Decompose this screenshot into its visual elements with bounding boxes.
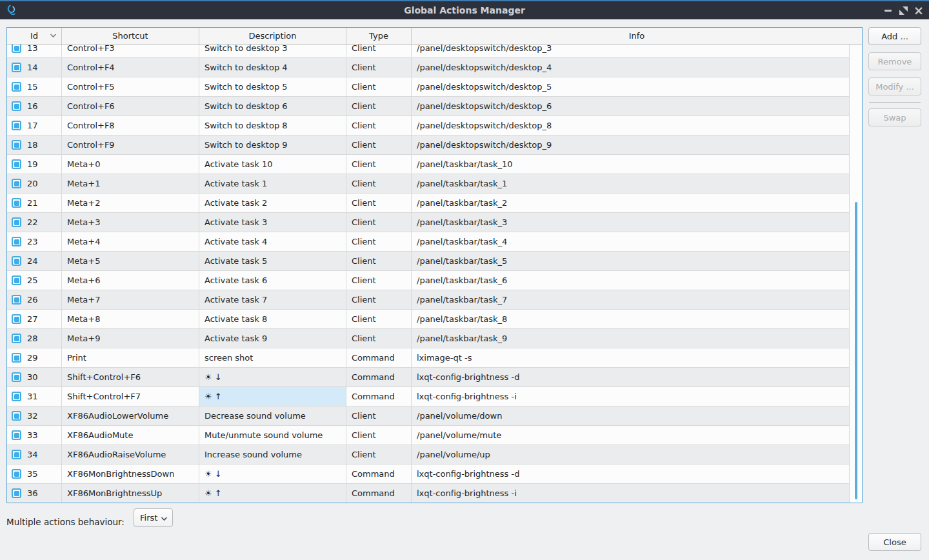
enabled-checkbox[interactable]: [12, 179, 21, 188]
row-info-cell[interactable]: /panel/taskbar/task_7: [412, 290, 850, 310]
row-info-cell[interactable]: /panel/desktopswitch/desktop_8: [412, 116, 850, 135]
row-info-cell[interactable]: lxqt-config-brightness -i: [412, 387, 850, 406]
minimize-button[interactable]: [881, 4, 894, 17]
row-info-cell[interactable]: lxqt-config-brightness -d: [412, 368, 850, 387]
row-description-cell[interactable]: screen shot: [199, 348, 346, 368]
table-row[interactable]: 22 Meta+3 Activate task 3 Client /panel/…: [7, 213, 850, 232]
row-shortcut-cell[interactable]: XF86AudioMute: [62, 426, 199, 445]
table-row[interactable]: 20 Meta+1 Activate task 1 Client /panel/…: [7, 174, 850, 194]
add-button[interactable]: Add ...: [868, 27, 921, 45]
close-window-button[interactable]: ×: [912, 4, 925, 17]
enabled-checkbox[interactable]: [12, 411, 21, 421]
row-description-cell[interactable]: Switch to desktop 9: [199, 135, 346, 155]
enabled-checkbox[interactable]: [12, 488, 21, 498]
enabled-checkbox[interactable]: [12, 82, 21, 92]
row-shortcut-cell[interactable]: Control+F9: [62, 135, 199, 155]
table-row[interactable]: 28 Meta+9 Activate task 9 Client /panel/…: [7, 329, 850, 348]
row-type-cell[interactable]: Command: [346, 387, 412, 406]
row-shortcut-cell[interactable]: XF86MonBrightnessUp: [62, 484, 199, 503]
row-shortcut-cell[interactable]: Meta+0: [62, 155, 199, 174]
enabled-checkbox[interactable]: [12, 198, 21, 208]
enabled-checkbox[interactable]: [12, 101, 21, 111]
column-header-type[interactable]: Type: [346, 28, 412, 44]
row-description-cell[interactable]: Activate task 6: [199, 271, 346, 290]
row-shortcut-cell[interactable]: Control+F8: [62, 116, 199, 135]
row-shortcut-cell[interactable]: Shift+Control+F6: [62, 368, 199, 387]
row-type-cell[interactable]: Client: [346, 310, 412, 329]
row-description-cell[interactable]: Switch to desktop 3: [199, 45, 346, 58]
row-info-cell[interactable]: /panel/desktopswitch/desktop_4: [412, 58, 850, 77]
row-type-cell[interactable]: Client: [346, 232, 412, 252]
row-type-cell[interactable]: Client: [346, 426, 412, 445]
row-description-cell[interactable]: Switch to desktop 4: [199, 58, 346, 77]
enabled-checkbox[interactable]: [12, 314, 21, 324]
enabled-checkbox[interactable]: [12, 140, 21, 150]
row-type-cell[interactable]: Command: [346, 368, 412, 387]
row-description-cell[interactable]: Activate task 10: [199, 155, 346, 174]
table-row[interactable]: 15 Control+F5 Switch to desktop 5 Client…: [7, 77, 850, 97]
row-shortcut-cell[interactable]: Control+F4: [62, 58, 199, 77]
row-description-cell[interactable]: Mute/unmute sound volume: [199, 426, 346, 445]
swap-button[interactable]: Swap: [868, 108, 921, 126]
enabled-checkbox[interactable]: [12, 159, 21, 169]
row-description-cell[interactable]: Activate task 5: [199, 252, 346, 271]
enabled-checkbox[interactable]: [12, 450, 21, 459]
row-description-cell[interactable]: Activate task 3: [199, 213, 346, 232]
row-info-cell[interactable]: /panel/taskbar/task_3: [412, 213, 850, 232]
row-shortcut-cell[interactable]: Meta+3: [62, 213, 199, 232]
row-type-cell[interactable]: Command: [346, 348, 412, 368]
table-row[interactable]: 33 XF86AudioMute Mute/unmute sound volum…: [7, 426, 850, 445]
enabled-checkbox[interactable]: [12, 334, 21, 343]
row-info-cell[interactable]: /panel/desktopswitch/desktop_3: [412, 45, 850, 58]
row-type-cell[interactable]: Client: [346, 135, 412, 155]
enabled-checkbox[interactable]: [12, 353, 21, 363]
row-shortcut-cell[interactable]: Control+F6: [62, 97, 199, 116]
row-info-cell[interactable]: /panel/taskbar/task_10: [412, 155, 850, 174]
row-description-cell[interactable]: ☀ ↓: [199, 465, 346, 484]
row-description-cell[interactable]: Switch to desktop 8: [199, 116, 346, 135]
row-info-cell[interactable]: /panel/taskbar/task_9: [412, 329, 850, 348]
row-shortcut-cell[interactable]: Meta+9: [62, 329, 199, 348]
row-type-cell[interactable]: Client: [346, 290, 412, 310]
column-header-info[interactable]: Info: [412, 28, 862, 44]
row-info-cell[interactable]: /panel/taskbar/task_6: [412, 271, 850, 290]
row-info-cell[interactable]: /panel/desktopswitch/desktop_5: [412, 77, 850, 97]
row-shortcut-cell[interactable]: XF86MonBrightnessDown: [62, 465, 199, 484]
row-type-cell[interactable]: Client: [346, 77, 412, 97]
row-description-cell[interactable]: ☀ ↑: [199, 387, 346, 406]
row-description-cell[interactable]: Decrease sound volume: [199, 406, 346, 426]
table-row[interactable]: 23 Meta+4 Activate task 4 Client /panel/…: [7, 232, 850, 252]
table-row[interactable]: 34 XF86AudioRaiseVolume Increase sound v…: [7, 445, 850, 465]
row-description-cell[interactable]: Activate task 8: [199, 310, 346, 329]
vertical-scrollbar-thumb[interactable]: [855, 202, 857, 499]
row-description-cell[interactable]: Activate task 1: [199, 174, 346, 194]
remove-button[interactable]: Remove: [868, 52, 921, 70]
row-description-cell[interactable]: Switch to desktop 6: [199, 97, 346, 116]
enabled-checkbox[interactable]: [12, 469, 21, 479]
row-description-cell[interactable]: ☀ ↑: [199, 484, 346, 503]
row-shortcut-cell[interactable]: XF86AudioRaiseVolume: [62, 445, 199, 465]
table-row[interactable]: 31 Shift+Control+F7 ☀ ↑ Command lxqt-con…: [7, 387, 850, 406]
table-row[interactable]: 36 XF86MonBrightnessUp ☀ ↑ Command lxqt-…: [7, 484, 850, 503]
row-info-cell[interactable]: lximage-qt -s: [412, 348, 850, 368]
enabled-checkbox[interactable]: [12, 256, 21, 266]
table-row[interactable]: 32 XF86AudioLowerVolume Decrease sound v…: [7, 406, 850, 426]
modify-button[interactable]: Modify ...: [868, 77, 921, 95]
row-description-cell[interactable]: Activate task 7: [199, 290, 346, 310]
enabled-checkbox[interactable]: [12, 217, 21, 227]
table-row[interactable]: 16 Control+F6 Switch to desktop 6 Client…: [7, 97, 850, 116]
row-shortcut-cell[interactable]: Shift+Control+F7: [62, 387, 199, 406]
row-type-cell[interactable]: Client: [346, 271, 412, 290]
column-header-description[interactable]: Description: [199, 28, 346, 44]
table-row[interactable]: 27 Meta+8 Activate task 8 Client /panel/…: [7, 310, 850, 329]
row-shortcut-cell[interactable]: Meta+5: [62, 252, 199, 271]
enabled-checkbox[interactable]: [12, 121, 21, 130]
row-description-cell[interactable]: Activate task 4: [199, 232, 346, 252]
maximize-button[interactable]: [897, 4, 910, 17]
row-type-cell[interactable]: Client: [346, 213, 412, 232]
row-type-cell[interactable]: Client: [346, 155, 412, 174]
enabled-checkbox[interactable]: [12, 45, 21, 53]
table-row[interactable]: 19 Meta+0 Activate task 10 Client /panel…: [7, 155, 850, 174]
enabled-checkbox[interactable]: [12, 372, 21, 382]
row-info-cell[interactable]: /panel/taskbar/task_5: [412, 252, 850, 271]
